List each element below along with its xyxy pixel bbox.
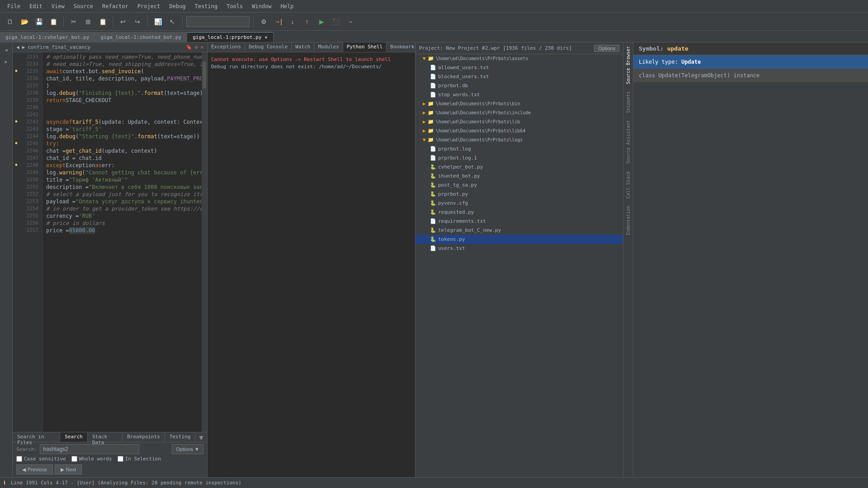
tree-item-users[interactable]: 📄 users.txt <box>415 244 623 253</box>
editor-scrollbar[interactable] <box>202 52 207 432</box>
editor-with-search: ◀ ▶ confirm_final_vacancy 🔖 ⚙ ✕ ● ● <box>13 42 207 477</box>
stop-button[interactable]: ⬛ <box>330 15 342 28</box>
project-options-button[interactable]: Options <box>594 45 619 52</box>
toolbar-search-input[interactable] <box>186 16 250 27</box>
tree-item-telegram-bot[interactable]: 🐍 telegram_bot_C_new.py <box>415 226 623 235</box>
tab-python-shell[interactable]: Python Shell <box>343 42 387 52</box>
run-button[interactable]: ▶ <box>315 15 328 28</box>
side-tab-call-stack[interactable]: Call Stack <box>625 169 632 200</box>
close-panel-btn[interactable]: ✕ <box>200 44 203 50</box>
side-tab-snippets[interactable]: Snippets <box>625 89 632 115</box>
search-panel-close[interactable]: ▼ <box>195 432 207 442</box>
project-tree[interactable]: ▼ 📁 \home\ad\Documents\PrPrbots\assets 📄… <box>415 54 623 477</box>
step-into-button[interactable]: ↓ <box>286 15 299 28</box>
tab-ihunted[interactable]: giga_local-1:ihunted_bot.py <box>95 32 187 42</box>
tree-item-prprbot-db[interactable]: 📄 prprbot.db <box>415 81 623 90</box>
navigate-button[interactable]: → <box>344 15 357 28</box>
search-input[interactable] <box>40 444 139 454</box>
tree-item-blocked-users[interactable]: 📄 blocked_users.txt <box>415 72 623 81</box>
tab-stack-data[interactable]: Stack Data <box>88 432 123 442</box>
tree-item-prprbot-log1[interactable]: 📄 prprbot.log.1 <box>415 154 623 163</box>
tree-item-lib[interactable]: ▶ 📁 \home\ad\Documents\PrPrbots\lib <box>415 117 623 127</box>
case-sensitive-checkbox[interactable]: Case sensitive <box>16 456 66 462</box>
file-icon: 📄 <box>430 82 436 90</box>
left-nav-fwd[interactable]: ▶ <box>1 56 12 67</box>
whole-words-checkbox[interactable]: Whole words <box>71 456 112 462</box>
menu-source[interactable]: Source <box>70 1 97 11</box>
editor-scroll[interactable]: ● ● ● ● 2233 2234 2235 <box>13 52 207 432</box>
side-tab-indentation[interactable]: Indentation <box>625 204 632 237</box>
tab-prprbot[interactable]: giga_local-1:prprbot.py ✕ <box>187 32 274 42</box>
tree-item-ihunted-bot[interactable]: 🐍 ihunted_bot.py <box>415 172 623 181</box>
paste-button[interactable]: 📋 <box>96 15 109 28</box>
side-tab-source-assistant[interactable]: Source Assistant <box>625 118 632 165</box>
search-options-button[interactable]: Options ▼ <box>172 444 203 454</box>
tab-watch[interactable]: Watch <box>292 42 314 52</box>
scrollbar-thumb[interactable] <box>203 61 206 89</box>
run-config-button[interactable]: ⚙ <box>257 15 270 28</box>
menu-window[interactable]: Window <box>248 1 275 11</box>
whole-words-input[interactable] <box>71 456 77 462</box>
tree-item-tokens[interactable]: 🐍 tokens.py <box>415 235 623 244</box>
chart-button[interactable]: 📊 <box>151 15 164 28</box>
bookmark-icon[interactable]: 🔖 <box>186 44 192 50</box>
menu-edit[interactable]: Edit <box>26 1 46 11</box>
tab-breakpoints[interactable]: Breakpoints <box>123 432 165 442</box>
tree-item-stop-words[interactable]: 📄 stop_words.txt <box>415 90 623 99</box>
nav-fwd-btn[interactable]: ▶ <box>22 44 25 50</box>
open-file-button[interactable]: 📂 <box>18 15 31 28</box>
tree-item-include[interactable]: ▶ 📁 \home\ad\Documents\PrPrbots\include <box>415 108 623 117</box>
redo-button[interactable]: ↪ <box>131 15 144 28</box>
tree-item-assets[interactable]: ▼ 📁 \home\ad\Documents\PrPrbots\assets <box>415 54 623 63</box>
step-over-button[interactable]: →| <box>272 15 284 28</box>
nav-back-btn[interactable]: ◀ <box>16 44 19 50</box>
menu-file[interactable]: File <box>4 1 24 11</box>
menu-debug[interactable]: Debug <box>165 1 189 11</box>
tab-exceptions[interactable]: Exceptions <box>208 42 245 52</box>
side-tab-source-browser[interactable]: Source Browser <box>625 44 632 86</box>
save-as-button[interactable]: 📋 <box>47 15 60 28</box>
tab-testing[interactable]: Testing <box>165 432 195 442</box>
left-nav-back[interactable]: ◀ <box>1 44 12 55</box>
tree-item-allowed-users[interactable]: 📄 allowed_users.txt <box>415 63 623 72</box>
tree-item-bin[interactable]: ▶ 📁 \home\ad\Documents\PrPrbots\bin <box>415 99 623 108</box>
next-button[interactable]: ▶ Next <box>55 465 82 474</box>
menu-project[interactable]: Project <box>134 1 164 11</box>
menu-view[interactable]: View <box>48 1 68 11</box>
tree-item-text: allowed_users.txt <box>438 64 489 72</box>
in-selection-checkbox[interactable]: In Selection <box>118 456 161 462</box>
copy-button[interactable]: ⊞ <box>82 15 94 28</box>
menu-help[interactable]: Help <box>277 1 297 11</box>
tree-item-post-tg[interactable]: 🐍 post_tg_sa.py <box>415 181 623 190</box>
tab-cvhelper[interactable]: giga_local-1:cvhelper_bot.py <box>0 32 95 42</box>
save-file-button[interactable]: 💾 <box>33 15 45 28</box>
tree-item-requirements[interactable]: 📄 requirements.txt <box>415 217 623 226</box>
tab-debug-console[interactable]: Debug Console <box>245 42 292 52</box>
cursor-button[interactable]: ↖ <box>166 15 179 28</box>
new-file-button[interactable]: 🗋 <box>4 15 16 28</box>
tree-item-pyvenv[interactable]: 🐍 pyvenv.cfg <box>415 199 623 208</box>
menu-refactor[interactable]: Refactor <box>99 1 132 11</box>
tree-item-logs[interactable]: ▼ 📁 \home\ad\Documents\PrPrbots\logs <box>415 136 623 145</box>
undo-button[interactable]: ↩ <box>117 15 129 28</box>
case-sensitive-input[interactable] <box>16 456 22 462</box>
code-content[interactable]: # optionally pass need_name=True, need_p… <box>42 52 202 432</box>
step-out-button[interactable]: ↑ <box>301 15 313 28</box>
settings-icon[interactable]: ⚙ <box>195 44 198 50</box>
tree-item-text: requirements.txt <box>438 217 486 225</box>
tree-item-requested[interactable]: 🐍 requested.py <box>415 208 623 217</box>
tree-item-cvhelper-bot[interactable]: 🐍 cvhelper_bot.py <box>415 163 623 172</box>
prev-button[interactable]: ◀ Previous <box>16 465 53 474</box>
cut-button[interactable]: ✂ <box>67 15 80 28</box>
tree-item-lib64[interactable]: ▶ 📁 \home\ad\Documents\PrPrbots\lib64 <box>415 127 623 136</box>
in-selection-input[interactable] <box>118 456 123 462</box>
file-icon: 📄 <box>430 217 436 225</box>
tab-search-in-files[interactable]: Search in Files <box>13 432 60 442</box>
tree-item-prprbot-log[interactable]: 📄 prprbot.log <box>415 145 623 154</box>
tab-search[interactable]: Search <box>60 432 88 442</box>
menu-tools[interactable]: Tools <box>223 1 246 11</box>
menu-testing[interactable]: Testing <box>191 1 222 11</box>
tree-item-prprbot[interactable]: 🐍 prprbot.py <box>415 190 623 199</box>
tab-modules[interactable]: Modules <box>314 42 343 52</box>
tab-bookmarks[interactable]: Bookmarks <box>387 42 415 52</box>
